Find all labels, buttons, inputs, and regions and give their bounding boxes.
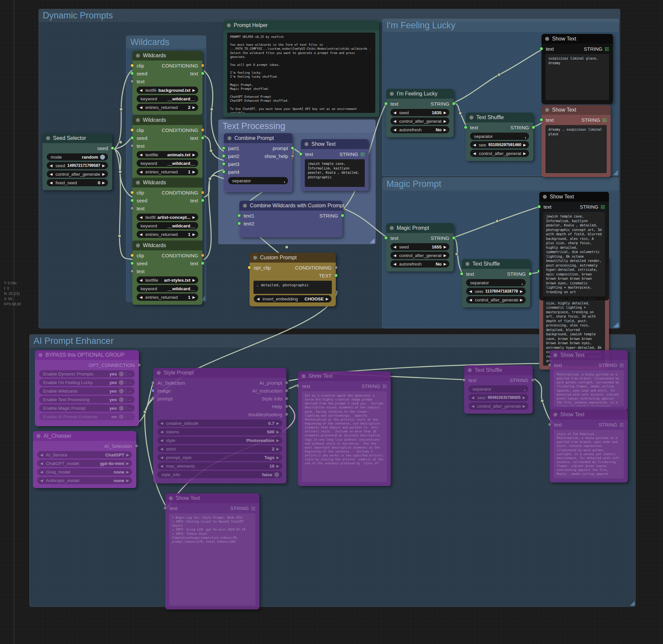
output-pin-ai-instruction[interactable] (285, 389, 288, 393)
widget-keyword[interactable]: keyword__wildcard__ (137, 160, 198, 167)
arrow-right-icon[interactable]: ▶ (127, 479, 129, 483)
widget-anthropic-model[interactable]: ◀Anthropic_modelnone▶ (37, 477, 132, 484)
toggle-enable-feeling-lucky[interactable]: Enable I'm Feeling Luckyyes→ (39, 379, 135, 386)
widget-control-after-generate[interactable]: ◀control_after_generate▶ (470, 150, 529, 157)
arrow-left-icon[interactable]: ◀ (139, 105, 142, 110)
widget-textfile[interactable]: ◀textfileart-styles.txt▶ (137, 276, 198, 284)
node-show-text-ai-instruction[interactable]: Show Text textSTRING Act as a creative a… (298, 371, 391, 486)
toggle-dot[interactable] (119, 397, 124, 402)
arrow-left-icon[interactable]: ◀ (160, 438, 163, 443)
widget-control-after-generate[interactable]: ◀control_after_generate▶ (468, 402, 528, 410)
arrow-right-icon[interactable]: ▶ (193, 153, 195, 157)
show-text-value[interactable]: jewish temple cave, Informalism, kaitlyn… (305, 159, 365, 187)
arrow-left-icon[interactable]: ◀ (160, 430, 163, 434)
node-titlebar[interactable]: Custom Prompt (249, 253, 336, 262)
show-text-value[interactable]: suspicious liminal place, dreamy (546, 54, 609, 100)
toggle-enable-magic-prompt[interactable]: Enable Magic Promptyes→ (39, 405, 135, 412)
node-show-text-lucky[interactable]: Show Text textSTRING suspicious liminal … (542, 34, 613, 104)
widget-ai-service[interactable]: ◀AI_ServiceChatGPT▶ (37, 451, 132, 458)
grid-icon[interactable] (360, 152, 364, 156)
arrow-left-icon[interactable]: ◀ (473, 143, 476, 147)
input-pin-text[interactable] (384, 102, 388, 106)
node-titlebar[interactable]: I'm Feeling Lucky (386, 89, 454, 99)
output-pin-text[interactable] (201, 199, 204, 202)
arrow-left-icon[interactable]: ◀ (469, 298, 472, 302)
node-titlebar[interactable]: Text Shuffle (466, 113, 533, 122)
output-pin-text[interactable] (201, 261, 204, 265)
node-ai-chooser[interactable]: AI_Chooser AI_Selection ◀AI_ServiceChatG… (33, 431, 136, 488)
node-show-text-lucky-shuffled[interactable]: Show Text textSTRING dreamy , suspicious… (542, 105, 611, 177)
output-pin-seed[interactable] (111, 146, 114, 150)
arrow-left-icon[interactable]: ◀ (160, 464, 163, 468)
widget-entries-returned[interactable]: ◀entries_returned2▶ (137, 104, 198, 111)
input-pin-clip[interactable] (130, 64, 134, 67)
output-pin-string[interactable] (528, 272, 532, 276)
arrow-right-icon[interactable]: ▶ (524, 152, 526, 156)
toggle-dot[interactable] (100, 155, 105, 160)
widget-entries-returned[interactable]: ◀entries_returned1▶ (137, 294, 198, 301)
toggle-enable-dynamic-prompts[interactable]: Enable Dynamic Promptsyes→ (39, 370, 135, 377)
node-custom-prompt[interactable]: Custom Prompt opt_clipCONDITIONING TEXT … (249, 253, 336, 306)
output-pin-ai-selection[interactable] (135, 444, 138, 448)
arrow-right-icon[interactable]: ▶ (103, 172, 105, 176)
group-title[interactable]: Wildcards (127, 36, 206, 49)
group-title[interactable]: I'm Feeling Lucky (382, 19, 619, 32)
input-pin-clip[interactable] (130, 191, 134, 194)
input-pin-text[interactable] (464, 126, 467, 129)
widget-control-after-generate[interactable]: ◀control_after_generate▶ (391, 117, 449, 125)
widget-style-info[interactable]: style_infofalse (157, 471, 282, 478)
arrow-right-icon[interactable]: ▶ (523, 395, 525, 400)
arrow-right-icon[interactable]: → (128, 406, 132, 410)
grid-icon[interactable] (382, 384, 386, 388)
arrow-left-icon[interactable]: ◀ (393, 245, 396, 249)
widget-insert-embedding[interactable]: ◀insert_embeddingCHOOSE▶ (254, 295, 332, 302)
output-pin-conditioning[interactable] (201, 64, 204, 67)
arrow-left-icon[interactable]: ◀ (139, 232, 142, 237)
node-wildcards-3[interactable]: Wildcards clipCONDITIONING seedtext text… (132, 178, 202, 242)
custom-prompt-text[interactable]: , detailed, photographic (253, 281, 332, 294)
show-text-value[interactable]: Photorealism, a koala perched on a gnarl… (554, 370, 624, 407)
arrow-right-icon[interactable]: ▶ (277, 421, 279, 426)
show-text-value[interactable]: style of Tom Robinson, Photorealism, a k… (554, 430, 624, 479)
widget-seed[interactable]: ◀seed113760471828778▶ (466, 288, 526, 295)
input-pin-text1[interactable] (237, 214, 241, 217)
widget-separator[interactable]: separator, (468, 385, 528, 393)
arrow-left-icon[interactable]: ◀ (40, 470, 43, 474)
input-pin-part3[interactable] (222, 162, 225, 166)
arrow-right-icon[interactable]: → (128, 372, 132, 376)
node-titlebar[interactable]: Show Text (542, 105, 611, 115)
output-pin-conditioning[interactable] (201, 254, 204, 257)
widget-entries-returned[interactable]: ◀entries_returned1▶ (137, 231, 198, 238)
node-titlebar[interactable]: Show Text (539, 192, 609, 202)
input-pin-seed[interactable] (130, 136, 134, 140)
grid-icon[interactable] (619, 363, 623, 367)
input-pin-text2[interactable] (237, 222, 241, 225)
arrow-right-icon[interactable]: ▶ (193, 170, 195, 174)
widget-prompt-style[interactable]: ◀prompt_styleTags▶ (157, 454, 282, 461)
arrow-left-icon[interactable]: ◀ (257, 297, 259, 301)
input-pin-seed[interactable] (130, 72, 134, 75)
arrow-right-icon[interactable]: ▶ (103, 181, 105, 185)
toggle-dot[interactable] (119, 406, 124, 411)
widget-textfile[interactable]: ◀textfilebackground.txt▶ (137, 87, 198, 94)
input-pin-part1[interactable] (222, 146, 225, 150)
arrow-right-icon[interactable]: ▶ (444, 111, 446, 115)
output-pin-prompt[interactable] (291, 146, 294, 150)
arrow-left-icon[interactable]: ◀ (139, 215, 142, 220)
widget-separator[interactable]: separator, (470, 133, 529, 140)
arrow-left-icon[interactable]: ◀ (50, 172, 52, 176)
arrow-right-icon[interactable]: ▶ (193, 295, 195, 299)
arrow-right-icon[interactable]: → (128, 415, 132, 419)
node-titlebar[interactable]: Show Text (550, 410, 628, 419)
group-title[interactable]: Text Processing (219, 120, 375, 133)
arrow-left-icon[interactable]: ◀ (40, 479, 43, 483)
node-titlebar[interactable]: BYPASS this OPTIONAL GROUP (35, 350, 139, 360)
prompt-helper-text[interactable]: PROMPT HELPER v0.25 by onefish You must … (227, 32, 375, 113)
output-pin-string[interactable] (452, 236, 456, 240)
arrow-right-icon[interactable]: ▶ (193, 215, 195, 220)
toggle-dot[interactable] (119, 414, 124, 419)
toggle-enable-ai-prompt-enhancer[interactable]: Enable AI Prompt Enhancerno→ (39, 413, 135, 420)
node-show-text-magic[interactable]: Show Text textSTRING jewish temple cave,… (539, 192, 609, 300)
input-pin-text[interactable] (163, 506, 167, 510)
widget-max-elements[interactable]: ◀max_elements10▶ (157, 462, 282, 469)
